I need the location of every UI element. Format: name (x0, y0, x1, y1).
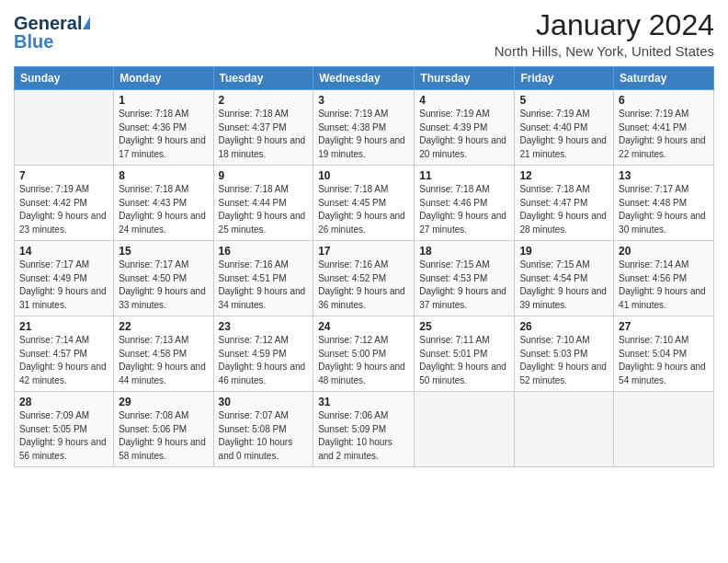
calendar-cell: 12Sunrise: 7:18 AMSunset: 4:47 PMDayligh… (515, 166, 614, 241)
day-info: Sunrise: 7:14 AMSunset: 4:56 PMDaylight:… (619, 259, 709, 312)
calendar-cell: 5Sunrise: 7:19 AMSunset: 4:40 PMDaylight… (515, 90, 614, 166)
day-number: 15 (119, 245, 208, 258)
calendar-cell: 23Sunrise: 7:12 AMSunset: 4:59 PMDayligh… (213, 316, 313, 392)
calendar-cell (15, 90, 114, 166)
day-info: Sunrise: 7:15 AMSunset: 4:53 PMDaylight:… (419, 259, 509, 312)
day-info: Sunrise: 7:18 AMSunset: 4:46 PMDaylight:… (419, 183, 509, 236)
page: General Blue January 2024 North Hills, N… (0, 0, 728, 563)
col-header-thursday: Thursday (415, 67, 515, 90)
day-info: Sunrise: 7:18 AMSunset: 4:36 PMDaylight:… (119, 108, 208, 161)
week-row-4: 21Sunrise: 7:14 AMSunset: 4:57 PMDayligh… (15, 316, 714, 392)
day-number: 14 (19, 245, 108, 258)
day-info: Sunrise: 7:19 AMSunset: 4:40 PMDaylight:… (519, 108, 609, 161)
day-number: 6 (619, 94, 709, 107)
day-info: Sunrise: 7:12 AMSunset: 4:59 PMDaylight:… (219, 334, 309, 387)
week-row-1: 1Sunrise: 7:18 AMSunset: 4:36 PMDaylight… (15, 90, 714, 166)
day-number: 2 (219, 94, 309, 107)
calendar-cell: 31Sunrise: 7:06 AMSunset: 5:09 PMDayligh… (313, 392, 415, 467)
day-info: Sunrise: 7:08 AMSunset: 5:06 PMDaylight:… (119, 409, 208, 463)
day-info: Sunrise: 7:07 AMSunset: 5:08 PMDaylight:… (219, 409, 309, 463)
day-info: Sunrise: 7:10 AMSunset: 5:04 PMDaylight:… (619, 334, 709, 387)
calendar-cell: 19Sunrise: 7:15 AMSunset: 4:54 PMDayligh… (515, 241, 614, 316)
day-info: Sunrise: 7:12 AMSunset: 5:00 PMDaylight:… (318, 334, 409, 387)
day-number: 21 (19, 320, 108, 333)
day-info: Sunrise: 7:16 AMSunset: 4:51 PMDaylight:… (219, 259, 309, 312)
calendar-cell: 13Sunrise: 7:17 AMSunset: 4:48 PMDayligh… (614, 166, 714, 241)
col-header-friday: Friday (515, 67, 614, 90)
calendar-cell: 9Sunrise: 7:18 AMSunset: 4:44 PMDaylight… (213, 166, 313, 241)
calendar-cell: 14Sunrise: 7:17 AMSunset: 4:49 PMDayligh… (15, 241, 114, 316)
day-info: Sunrise: 7:06 AMSunset: 5:09 PMDaylight:… (318, 409, 409, 463)
day-info: Sunrise: 7:15 AMSunset: 4:54 PMDaylight:… (519, 259, 609, 312)
calendar-cell: 20Sunrise: 7:14 AMSunset: 4:56 PMDayligh… (614, 241, 714, 316)
day-number: 13 (619, 169, 709, 182)
day-number: 5 (519, 94, 609, 107)
day-number: 24 (318, 320, 409, 333)
calendar-cell (515, 392, 614, 467)
day-number: 18 (419, 245, 509, 258)
day-number: 30 (219, 396, 309, 408)
day-info: Sunrise: 7:17 AMSunset: 4:50 PMDaylight:… (119, 259, 208, 312)
calendar-cell: 17Sunrise: 7:16 AMSunset: 4:52 PMDayligh… (313, 241, 415, 316)
day-number: 23 (219, 320, 309, 333)
calendar-cell: 21Sunrise: 7:14 AMSunset: 4:57 PMDayligh… (15, 316, 114, 392)
calendar-cell: 28Sunrise: 7:09 AMSunset: 5:05 PMDayligh… (15, 392, 114, 467)
calendar-cell: 3Sunrise: 7:19 AMSunset: 4:38 PMDaylight… (313, 90, 415, 166)
calendar-cell: 22Sunrise: 7:13 AMSunset: 4:58 PMDayligh… (114, 316, 213, 392)
day-info: Sunrise: 7:18 AMSunset: 4:47 PMDaylight:… (519, 183, 609, 236)
calendar-cell: 6Sunrise: 7:19 AMSunset: 4:41 PMDaylight… (614, 90, 714, 166)
day-number: 10 (318, 169, 409, 182)
logo-triangle-icon (83, 17, 90, 29)
calendar-cell: 27Sunrise: 7:10 AMSunset: 5:04 PMDayligh… (614, 316, 714, 392)
day-number: 11 (419, 169, 509, 182)
col-header-saturday: Saturday (614, 67, 714, 90)
calendar-cell (614, 392, 714, 467)
day-number: 31 (318, 396, 409, 408)
week-row-3: 14Sunrise: 7:17 AMSunset: 4:49 PMDayligh… (15, 241, 714, 316)
main-title: January 2024 (495, 9, 714, 41)
day-info: Sunrise: 7:18 AMSunset: 4:43 PMDaylight:… (119, 183, 208, 236)
day-number: 4 (419, 94, 509, 107)
day-info: Sunrise: 7:19 AMSunset: 4:41 PMDaylight:… (619, 108, 709, 161)
calendar-cell (415, 392, 515, 467)
calendar-cell: 30Sunrise: 7:07 AMSunset: 5:08 PMDayligh… (213, 392, 313, 467)
day-number: 29 (119, 396, 208, 408)
logo: General Blue (14, 9, 90, 52)
day-number: 9 (219, 169, 309, 182)
day-number: 20 (619, 245, 709, 258)
calendar-cell: 16Sunrise: 7:16 AMSunset: 4:51 PMDayligh… (213, 241, 313, 316)
logo-blue: Blue (14, 31, 53, 52)
week-row-2: 7Sunrise: 7:19 AMSunset: 4:42 PMDaylight… (15, 166, 714, 241)
calendar-cell: 25Sunrise: 7:11 AMSunset: 5:01 PMDayligh… (415, 316, 515, 392)
header-row: SundayMondayTuesdayWednesdayThursdayFrid… (15, 67, 714, 90)
day-info: Sunrise: 7:19 AMSunset: 4:42 PMDaylight:… (19, 183, 108, 236)
calendar-cell: 4Sunrise: 7:19 AMSunset: 4:39 PMDaylight… (415, 90, 515, 166)
day-number: 25 (419, 320, 509, 333)
day-number: 19 (519, 245, 609, 258)
day-number: 12 (519, 169, 609, 182)
day-info: Sunrise: 7:18 AMSunset: 4:37 PMDaylight:… (219, 108, 309, 161)
day-info: Sunrise: 7:18 AMSunset: 4:44 PMDaylight:… (219, 183, 309, 236)
day-info: Sunrise: 7:16 AMSunset: 4:52 PMDaylight:… (318, 259, 409, 312)
calendar-cell: 8Sunrise: 7:18 AMSunset: 4:43 PMDaylight… (114, 166, 213, 241)
day-number: 8 (119, 169, 208, 182)
day-info: Sunrise: 7:17 AMSunset: 4:48 PMDaylight:… (619, 183, 709, 236)
calendar-cell: 7Sunrise: 7:19 AMSunset: 4:42 PMDaylight… (15, 166, 114, 241)
calendar-cell: 10Sunrise: 7:18 AMSunset: 4:45 PMDayligh… (313, 166, 415, 241)
day-info: Sunrise: 7:11 AMSunset: 5:01 PMDaylight:… (419, 334, 509, 387)
calendar-cell: 18Sunrise: 7:15 AMSunset: 4:53 PMDayligh… (415, 241, 515, 316)
calendar-cell: 15Sunrise: 7:17 AMSunset: 4:50 PMDayligh… (114, 241, 213, 316)
subtitle: North Hills, New York, United States (495, 43, 714, 59)
col-header-monday: Monday (114, 67, 213, 90)
day-number: 7 (19, 169, 108, 182)
day-number: 16 (219, 245, 309, 258)
header: General Blue January 2024 North Hills, N… (14, 9, 714, 59)
day-number: 1 (119, 94, 208, 107)
calendar-cell: 1Sunrise: 7:18 AMSunset: 4:36 PMDaylight… (114, 90, 213, 166)
col-header-wednesday: Wednesday (313, 67, 415, 90)
day-info: Sunrise: 7:14 AMSunset: 4:57 PMDaylight:… (19, 334, 108, 387)
day-info: Sunrise: 7:17 AMSunset: 4:49 PMDaylight:… (19, 259, 108, 312)
day-number: 17 (318, 245, 409, 258)
day-info: Sunrise: 7:18 AMSunset: 4:45 PMDaylight:… (318, 183, 409, 236)
day-info: Sunrise: 7:09 AMSunset: 5:05 PMDaylight:… (19, 409, 108, 463)
